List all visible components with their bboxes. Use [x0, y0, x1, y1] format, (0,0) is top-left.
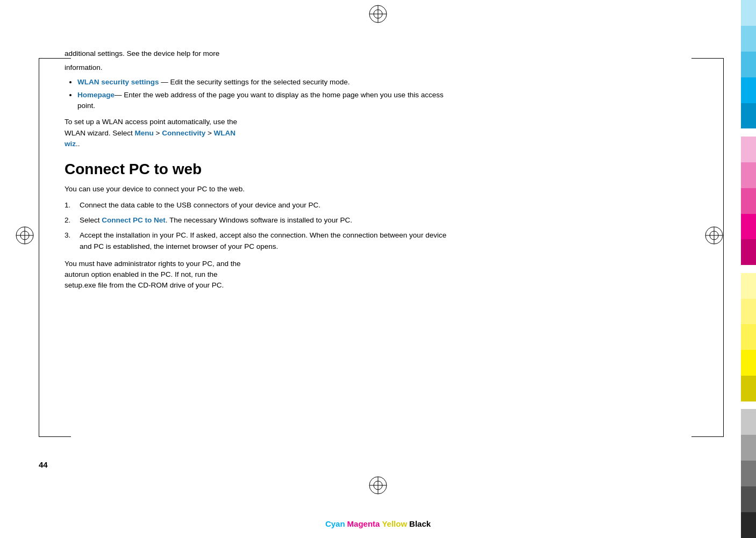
step-2-num: 2. [65, 215, 75, 226]
cyan-label: Cyan [325, 519, 345, 528]
color-bar-magenta-4 [741, 214, 756, 240]
intro-line1: additional settings. See the device help… [65, 48, 452, 59]
color-bars [741, 0, 756, 538]
wlan-security-link[interactable]: WLAN security settings [77, 78, 159, 86]
page-number: 44 [39, 460, 48, 469]
wlan-wiz-link[interactable]: wiz [65, 140, 76, 148]
color-bar-cyan-3 [741, 52, 756, 77]
color-bar-cyan-1 [741, 0, 756, 26]
step-1-text: Connect the data cable to the USB connec… [80, 200, 320, 211]
bullet-item-1: WLAN security settings — Edit the securi… [77, 77, 452, 88]
color-bar-magenta-1 [741, 137, 756, 162]
reg-mark-top [368, 4, 388, 24]
step-1-num: 1. [65, 200, 75, 211]
connect-pc-link[interactable]: Connect PC to Net [102, 216, 166, 224]
bottom-color-labels: Cyan Magenta Yellow Black [325, 519, 431, 528]
main-content: additional settings. See the device help… [65, 48, 452, 291]
color-bar-yellow-2 [741, 299, 756, 325]
footer-note: You must have administrator rights to yo… [65, 259, 452, 291]
step-2: 2. Select Connect PC to Net. The necessa… [65, 215, 452, 226]
wlan-wizard-line2-prefix: WLAN wizard. Select [65, 129, 135, 137]
color-bar-yellow-4 [741, 350, 756, 376]
color-bar-gap1 [741, 128, 756, 136]
wlan-link[interactable]: WLAN [214, 129, 236, 137]
step-3-text: Accept the installation in your PC. If a… [80, 230, 452, 252]
bullet-item-2: Homepage— Enter the web address of the p… [77, 90, 452, 112]
color-bar-yellow-3 [741, 324, 756, 350]
section-title: Connect PC to web [65, 160, 452, 178]
color-bar-gray-3 [741, 461, 756, 486]
color-bar-cyan-2 [741, 26, 756, 52]
color-bar-gray-1 [741, 409, 756, 435]
section-desc: You can use your device to connect your … [65, 184, 452, 195]
step-3: 3. Accept the installation in your PC. I… [65, 230, 452, 252]
footer-line2: autorun option enabled in the PC. If not… [65, 270, 217, 278]
intro-line2: information. [65, 62, 452, 73]
rule-bottom-right [691, 436, 724, 437]
magenta-label: Magenta [347, 519, 380, 528]
color-bar-gap3 [741, 401, 756, 409]
reg-mark-bottom [368, 476, 388, 495]
black-label: Black [409, 519, 431, 528]
color-bar-magenta-2 [741, 162, 756, 188]
wlan-gt2: > [205, 129, 213, 137]
step-2-content: Select Connect PC to Net. The necessary … [80, 215, 352, 226]
color-bar-magenta-3 [741, 188, 756, 214]
step-3-num: 3. [65, 230, 75, 252]
color-bar-gray-2 [741, 435, 756, 461]
bullet-2-text: — Enter the web address of the page you … [77, 91, 444, 110]
wlan-wizard-line1: To set up a WLAN access point automatica… [65, 118, 237, 126]
footer-line3: setup.exe file from the CD-ROM drive of … [65, 281, 224, 289]
color-bar-gray-5 [741, 512, 756, 538]
reg-mark-right [704, 226, 724, 245]
menu-link[interactable]: Menu [135, 129, 154, 137]
rule-top-right [691, 58, 724, 59]
wlan-gt1: > [154, 129, 162, 137]
color-bar-gray-4 [741, 486, 756, 512]
color-bar-magenta-5 [741, 239, 756, 265]
bullet-list: WLAN security settings — Edit the securi… [65, 77, 452, 112]
color-bar-gap2 [741, 265, 756, 272]
rule-left [39, 58, 39, 437]
color-bar-cyan-4 [741, 77, 756, 103]
rule-right [723, 58, 724, 437]
rule-bottom-left [39, 436, 71, 437]
color-bar-yellow-1 [741, 273, 756, 299]
step-2-prefix: Select [80, 216, 102, 224]
color-bar-cyan-5 [741, 103, 756, 129]
bullet-1-text: — Edit the security settings for the sel… [159, 78, 350, 86]
wlan-dot: .. [76, 140, 80, 148]
step-1: 1. Connect the data cable to the USB con… [65, 200, 452, 211]
reg-mark-left [15, 226, 34, 245]
color-bar-yellow-5 [741, 376, 756, 401]
homepage-link[interactable]: Homepage [77, 91, 115, 99]
step-2-suffix: . The necessary Windows software is inst… [166, 216, 352, 224]
steps-list: 1. Connect the data cable to the USB con… [65, 200, 452, 252]
footer-line1: You must have administrator rights to yo… [65, 260, 240, 268]
yellow-label: Yellow [382, 519, 407, 528]
connectivity-link[interactable]: Connectivity [162, 129, 205, 137]
wlan-wizard-para: To set up a WLAN access point automatica… [65, 117, 452, 149]
